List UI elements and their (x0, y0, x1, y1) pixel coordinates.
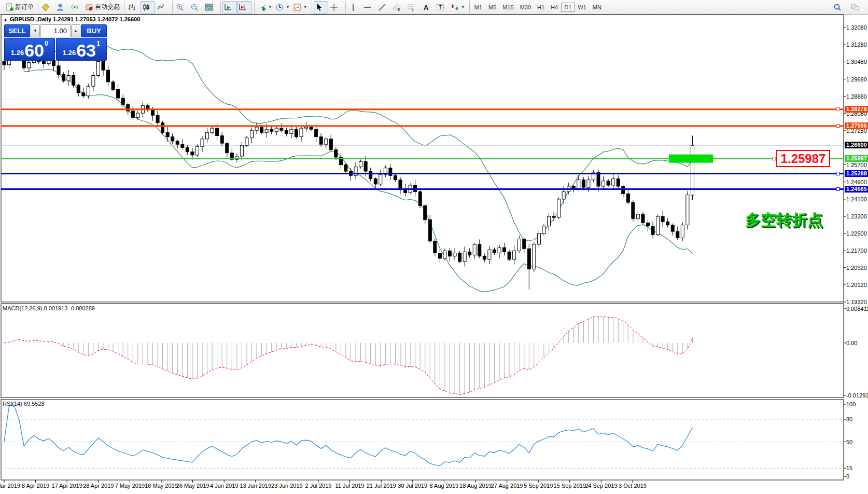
svg-text:A: A (424, 4, 429, 11)
auto-scroll-icon (224, 3, 232, 11)
sell-price-big: 60 (24, 43, 44, 58)
profile-button[interactable] (54, 1, 69, 13)
tile-windows-icon (205, 3, 213, 11)
templates-button-caret-icon[interactable]: ▼ (303, 5, 307, 9)
periods-button[interactable]: ▼ (274, 1, 291, 13)
date-tick-label: 28 Apr 2019 (83, 483, 114, 489)
macd-label: MACD(12,26,9) 0.001913 -0.000289 (3, 305, 95, 311)
bar-chart-button[interactable] (126, 1, 141, 13)
toolbar-right (832, 1, 868, 13)
price-tick-label: 1.31280 (846, 42, 867, 48)
zoom-in-button[interactable] (174, 1, 189, 13)
price-annotation-label[interactable]: 1.25987 (776, 150, 830, 167)
date-tick-label: 7 May 2019 (115, 483, 145, 489)
toolbar-group (172, 1, 219, 14)
tile-windows-button[interactable] (203, 1, 218, 13)
tf-h4[interactable]: H4 (548, 3, 561, 12)
date-tick-label: 18 Aug 2019 (459, 483, 492, 489)
tf-h1[interactable]: H1 (534, 3, 548, 12)
price-tick-label: 1.20920 (846, 265, 867, 271)
toolbar: 新订单自动交易▼▼▼EFAT▼M1M5M15M30H1H4D1W1MN (0, 0, 868, 15)
macd-tick-label: 0.00 (846, 340, 857, 347)
candle-chart-button[interactable] (141, 1, 155, 13)
signal-button[interactable] (69, 1, 83, 13)
toolbar-group: 自动交易 (38, 1, 123, 14)
buy-button[interactable]: BUY (81, 24, 107, 37)
periods-button-caret-icon[interactable]: ▼ (286, 5, 290, 9)
date-tick-label: 3 Oct 2019 (619, 483, 647, 489)
marketwatch-icon (41, 3, 50, 11)
tf-m5[interactable]: M5 (485, 3, 499, 12)
templates-button[interactable]: ▼ (291, 1, 309, 13)
toolbar-group: M1M5M15M30H1H4D1W1MN (469, 1, 606, 14)
autotrade-button[interactable]: 自动交易 (83, 1, 121, 13)
tf-w1[interactable]: W1 (575, 3, 590, 12)
crosshair-button[interactable] (328, 1, 343, 13)
tf-m1[interactable]: M1 (471, 3, 485, 12)
date-tick-label: 8 Apr 2019 (22, 483, 49, 489)
text-button[interactable]: A (420, 1, 435, 13)
tf-m30[interactable]: M30 (517, 3, 534, 12)
arrows-button[interactable]: ▼ (449, 1, 467, 13)
trendline-icon (378, 3, 386, 11)
date-tick-label: 30 Jul 2019 (398, 483, 427, 489)
chart-shift-icon (239, 3, 247, 11)
date-tick-label: 15 Sep 2019 (554, 483, 586, 489)
candle-chart-icon (142, 3, 150, 11)
price-tick-label: 1.24900 (846, 179, 867, 186)
price-tick-label: 1.22500 (846, 230, 867, 237)
date-tick-label: 4 Jun 2019 (210, 483, 238, 489)
arrows-button-caret-icon[interactable]: ▼ (461, 5, 465, 9)
buy-price-button[interactable]: 1.26 63 1 (56, 38, 107, 61)
zoom-out-button[interactable] (189, 1, 203, 13)
macd-panel[interactable] (0, 304, 868, 399)
chart-shift-button[interactable] (237, 1, 251, 13)
zoom-out-icon (190, 3, 199, 11)
fibonacci-button[interactable]: F (405, 1, 420, 13)
price-tick-label: 1.23300 (846, 213, 867, 220)
indicators-button-caret-icon[interactable]: ▼ (268, 5, 272, 9)
trendline-button[interactable] (376, 1, 391, 13)
text-label-button[interactable]: T (435, 1, 449, 13)
date-tick-label: 5 Sep 2019 (524, 483, 553, 489)
chat-icon[interactable] (849, 1, 864, 13)
macd-tick-label: 0.008411 (846, 306, 868, 312)
auto-scroll-button[interactable] (222, 1, 237, 13)
indicators-button[interactable]: ▼ (256, 1, 274, 13)
date-tick-label: 26 May 2019 (176, 483, 209, 489)
tf-d1[interactable]: D1 (561, 3, 575, 12)
cursor-icon (315, 3, 324, 11)
new-order-button-label: 新订单 (15, 3, 34, 11)
main-chart-panel[interactable] (0, 15, 868, 304)
sell-price-button[interactable]: 1.26 60 0 (4, 38, 55, 61)
new-order-button[interactable]: 新订单 (4, 1, 35, 13)
vline-button[interactable] (347, 1, 362, 13)
channel-button[interactable]: E (391, 1, 405, 13)
rsi-panel[interactable] (0, 399, 868, 480)
search-icon[interactable] (832, 1, 846, 13)
tf-m15[interactable]: M15 (499, 3, 516, 12)
cn-annotation-text[interactable]: 多空转折点 (745, 210, 823, 231)
sell-button[interactable]: SELL (4, 24, 30, 37)
text-icon: A (422, 3, 430, 11)
collapse-trade-panel-icon[interactable]: ▲ (3, 17, 8, 22)
macd-tick-label: -0.012931 (846, 392, 868, 399)
volume-input[interactable]: 1.00 (40, 24, 71, 37)
volume-increase-button[interactable]: ▲ (71, 24, 80, 37)
date-tick-label: 11 Jul 2019 (335, 483, 365, 489)
hline-button[interactable] (362, 1, 376, 13)
svg-text:T: T (439, 5, 442, 10)
toolbar-group: 新订单 (2, 1, 37, 14)
line-chart-button[interactable] (155, 1, 170, 13)
svg-text:F: F (412, 8, 414, 11)
sell-price-small: 1.26 (11, 49, 24, 57)
price-line-label: 1.24565 (845, 186, 868, 193)
cursor-button[interactable] (314, 1, 328, 13)
vline-icon (349, 3, 357, 11)
rsi-tick-label: 50 (846, 439, 852, 446)
price-tick-label: 1.24100 (846, 196, 867, 203)
tf-mn[interactable]: MN (590, 3, 605, 12)
volume-decrease-button[interactable]: ▼ (31, 24, 40, 37)
toolbar-group: ▼▼▼ (254, 1, 311, 14)
marketwatch-button[interactable] (40, 1, 54, 13)
